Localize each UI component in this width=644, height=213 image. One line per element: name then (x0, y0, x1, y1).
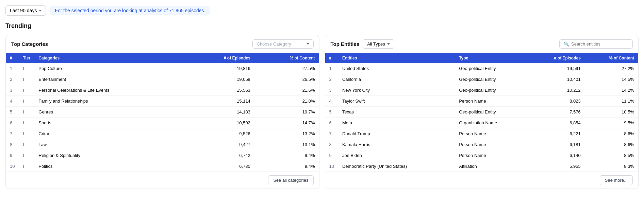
search-icon: 🔍 (564, 41, 569, 47)
pct-cell: 8.6% (585, 128, 638, 139)
col-episodes: # of Episodes (529, 53, 585, 63)
episodes-cell: 10,592 (187, 118, 254, 128)
table-row: 6 Meta Organization Name 6,854 9.5% (325, 118, 639, 128)
category-dropdown-placeholder: Choose Category (257, 41, 291, 47)
category-name-cell: Family and Relationships (34, 96, 187, 107)
rank-cell: 4 (325, 96, 338, 107)
pct-cell: 11.1% (585, 96, 638, 107)
episodes-cell: 6,221 (529, 128, 585, 139)
pct-cell: 21.0% (254, 96, 319, 107)
rank-cell: 6 (6, 118, 19, 128)
entity-name-cell: Texas (338, 107, 455, 118)
entity-type-cell: Geo-political Entity (455, 74, 529, 85)
table-row: 9 I Religion & Spirituality 6,742 9.4% (6, 150, 319, 161)
rank-cell: 7 (6, 128, 19, 139)
episodes-cell: 6,742 (187, 150, 254, 161)
entities-panel-header: Top Entities All Types 🔍 (325, 35, 639, 53)
episodes-cell: 5,955 (529, 161, 585, 172)
pct-cell: 8.5% (585, 150, 638, 161)
table-row: 9 Joe Biden Person Name 6,140 8.5% (325, 150, 639, 161)
table-row: 5 I Genres 14,183 19.7% (6, 107, 319, 118)
table-row: 2 I Entertainment 19,058 26.5% (6, 74, 319, 85)
rank-cell: 1 (325, 63, 338, 74)
episodes-cell: 15,563 (187, 85, 254, 96)
pct-cell: 9.5% (585, 118, 638, 128)
top-bar: Last 90 days For the selected period you… (5, 5, 639, 16)
category-name-cell: Entertainment (34, 74, 187, 85)
col-pct: % of Content (585, 53, 638, 63)
col-categories: Categories (34, 53, 187, 63)
episodes-cell: 9,427 (187, 139, 254, 150)
category-dropdown-chevron-icon (307, 43, 309, 45)
entity-type-cell: Person Name (455, 96, 529, 107)
rank-cell: 2 (325, 74, 338, 85)
category-name-cell: Sports (34, 118, 187, 128)
rank-cell: 1 (6, 63, 19, 74)
categories-table-header-row: # Tier Categories # of Episodes % of Con… (6, 53, 319, 63)
episodes-cell: 7,576 (529, 107, 585, 118)
table-row: 1 I Pop Culture 19,816 27.5% (6, 63, 319, 74)
category-name-cell: Pop Culture (34, 63, 187, 74)
pct-cell: 21.6% (254, 85, 319, 96)
category-name-cell: Personal Celebrations & Life Events (34, 85, 187, 96)
rank-cell: 9 (6, 150, 19, 161)
pct-cell: 14.2% (585, 85, 638, 96)
episodes-cell: 10,401 (529, 74, 585, 85)
entity-type-cell: Person Name (455, 150, 529, 161)
category-name-cell: Genres (34, 107, 187, 118)
period-chevron-icon (39, 10, 42, 12)
rank-cell: 5 (325, 107, 338, 118)
tier-cell: I (19, 96, 34, 107)
rank-cell: 10 (6, 161, 19, 172)
col-rank: # (325, 53, 338, 63)
entities-panel: Top Entities All Types 🔍 # Entities Type… (325, 35, 639, 189)
entity-name-cell: Joe Biden (338, 150, 455, 161)
period-label: Last 90 days (10, 8, 37, 13)
tier-cell: I (19, 118, 34, 128)
see-more-entities-button[interactable]: See more... (600, 175, 633, 185)
pct-cell: 10.5% (585, 107, 638, 118)
col-episodes: # of Episodes (187, 53, 254, 63)
rank-cell: 8 (325, 139, 338, 150)
entities-table-header-row: # Entities Type # of Episodes % of Conte… (325, 53, 639, 63)
episodes-cell: 10,212 (529, 85, 585, 96)
category-dropdown[interactable]: Choose Category (252, 39, 314, 49)
episodes-cell: 15,114 (187, 96, 254, 107)
entities-panel-title: Top Entities (331, 41, 360, 47)
entity-type-cell: Affiliation (455, 161, 529, 172)
pct-cell: 14.5% (585, 74, 638, 85)
pct-cell: 19.7% (254, 107, 319, 118)
table-row: 10 I Politics 6,730 9.4% (6, 161, 319, 172)
rank-cell: 4 (6, 96, 19, 107)
pct-cell: 27.5% (254, 63, 319, 74)
categories-panel: Top Categories Choose Category # Tier Ca… (5, 35, 319, 189)
episodes-cell: 19,816 (187, 63, 254, 74)
episodes-cell: 6,181 (529, 139, 585, 150)
category-name-cell: Politics (34, 161, 187, 172)
type-filter-dropdown[interactable]: All Types (363, 39, 394, 49)
entity-type-cell: Organization Name (455, 118, 529, 128)
period-dropdown[interactable]: Last 90 days (5, 5, 46, 16)
see-all-categories-button[interactable]: See all categories (268, 175, 313, 185)
table-row: 1 United States Geo-political Entity 19,… (325, 63, 639, 74)
col-pct: % of Content (254, 53, 319, 63)
episodes-cell: 19,591 (529, 63, 585, 74)
table-row: 10 Democratic Party (United States) Affi… (325, 161, 639, 172)
episodes-cell: 9,526 (187, 128, 254, 139)
table-row: 4 Taylor Swift Person Name 8,023 11.1% (325, 96, 639, 107)
table-row: 7 I Crime 9,526 13.2% (6, 128, 319, 139)
pct-cell: 8.6% (585, 139, 638, 150)
entity-search-box[interactable]: 🔍 (559, 39, 633, 49)
pct-cell: 13.1% (254, 139, 319, 150)
rank-cell: 2 (6, 74, 19, 85)
category-name-cell: Crime (34, 128, 187, 139)
pct-cell: 9.4% (254, 150, 319, 161)
search-input[interactable] (571, 41, 628, 47)
entity-name-cell: Kamala Harris (338, 139, 455, 150)
rank-cell: 3 (325, 85, 338, 96)
entity-name-cell: United States (338, 63, 455, 74)
tier-cell: I (19, 161, 34, 172)
table-row: 8 Kamala Harris Person Name 6,181 8.6% (325, 139, 639, 150)
pct-cell: 14.7% (254, 118, 319, 128)
episodes-cell: 14,183 (187, 107, 254, 118)
